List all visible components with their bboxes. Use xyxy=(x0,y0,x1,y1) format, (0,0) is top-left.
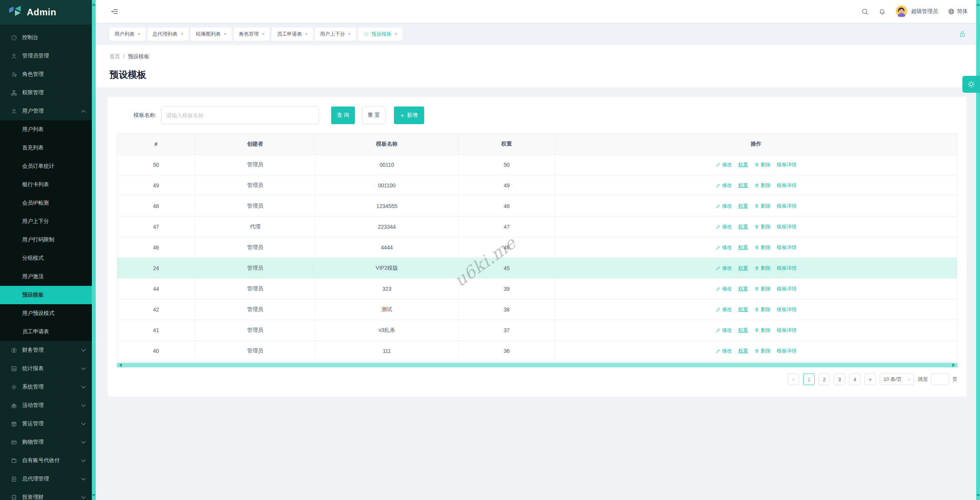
delete-link[interactable]: 删除 xyxy=(754,161,771,168)
table-row-0[interactable]: 50管理员0011050修改权重删除模板详情 xyxy=(117,154,957,175)
page-size-select[interactable]: 10 条/页 xyxy=(880,374,914,385)
jump-page-input[interactable] xyxy=(931,374,949,385)
page-button-1[interactable]: 1 xyxy=(803,374,815,385)
search-button[interactable]: 查 询 xyxy=(331,107,355,124)
sidebar-item-25[interactable]: 投资理财 xyxy=(0,488,92,500)
delete-link[interactable]: 删除 xyxy=(754,327,771,334)
sidebar-item-22[interactable]: 购物管理 xyxy=(0,433,92,451)
template-detail-link[interactable]: 模板详情 xyxy=(777,223,797,230)
tab-close-icon[interactable]: × xyxy=(395,31,398,37)
table-row-1[interactable]: 49管理员00110049修改权重删除模板详情 xyxy=(117,175,957,196)
sidebar-item-16[interactable]: 员工申请表 xyxy=(0,323,92,341)
sidebar-item-1[interactable]: 管理员管理 xyxy=(0,47,92,65)
table-row-4[interactable]: 46管理员444446修改权重删除模板详情 xyxy=(117,237,957,258)
weight-link[interactable]: 权重 xyxy=(738,285,748,292)
edit-link[interactable]: 修改 xyxy=(715,306,732,313)
table-horizontal-scrollbar[interactable] xyxy=(117,363,957,367)
sidebar-item-12[interactable]: 分组模式 xyxy=(0,249,92,267)
sidebar-item-9[interactable]: 会员IP检测 xyxy=(0,194,92,212)
scroll-down-arrow-icon[interactable] xyxy=(976,494,980,498)
template-name-input[interactable] xyxy=(161,107,319,124)
sidebar-item-10[interactable]: 用户上下分 xyxy=(0,212,92,231)
weight-link[interactable]: 权重 xyxy=(738,306,748,313)
language-switcher[interactable]: 简体 xyxy=(948,8,968,15)
template-detail-link[interactable]: 模板详情 xyxy=(777,244,797,251)
tab-close-icon[interactable]: × xyxy=(348,31,351,37)
delete-link[interactable]: 删除 xyxy=(754,265,771,272)
sidebar-item-7[interactable]: 会员订单统计 xyxy=(0,157,92,175)
reset-button[interactable]: 重 置 xyxy=(362,107,386,124)
sidebar-item-0[interactable]: 控制台 xyxy=(0,28,92,47)
edit-link[interactable]: 修改 xyxy=(715,223,732,230)
theme-settings-button[interactable] xyxy=(962,76,980,93)
page-button-2[interactable]: 2 xyxy=(818,374,830,385)
weight-link[interactable]: 权重 xyxy=(738,161,748,168)
prev-page-button[interactable]: < xyxy=(788,374,799,385)
table-row-2[interactable]: 48管理员123455548修改权重删除模板详情 xyxy=(117,196,957,216)
weight-link[interactable]: 权重 xyxy=(738,327,748,334)
scroll-up-arrow-icon[interactable] xyxy=(92,2,96,6)
page-button-3[interactable]: 3 xyxy=(834,374,845,385)
notification-bell-icon[interactable] xyxy=(879,8,886,15)
sidebar-item-11[interactable]: 用户打码限制 xyxy=(0,231,92,249)
weight-link[interactable]: 权重 xyxy=(738,182,748,189)
sidebar-item-15[interactable]: 用户预设模式 xyxy=(0,304,92,323)
tab-close-icon[interactable]: × xyxy=(262,31,265,37)
lock-tabs-icon[interactable] xyxy=(959,30,966,38)
template-detail-link[interactable]: 模板详情 xyxy=(777,182,797,189)
breadcrumb-home[interactable]: 首页 xyxy=(109,53,120,60)
tab-5[interactable]: 用户上下分× xyxy=(315,28,356,41)
sidebar-item-8[interactable]: 银行卡列表 xyxy=(0,175,92,194)
tab-4[interactable]: 员工申请表× xyxy=(272,28,313,41)
sidebar-item-21[interactable]: 营运管理 xyxy=(0,415,92,433)
template-detail-link[interactable]: 模板详情 xyxy=(777,306,797,313)
edit-link[interactable]: 修改 xyxy=(715,244,732,251)
sidebar-scrollbar[interactable] xyxy=(92,0,96,500)
delete-link[interactable]: 删除 xyxy=(754,182,771,189)
tab-close-icon[interactable]: × xyxy=(137,31,140,37)
scroll-down-arrow-icon[interactable] xyxy=(92,494,96,498)
sidebar-item-20[interactable]: 活动管理 xyxy=(0,396,92,415)
delete-link[interactable]: 删除 xyxy=(754,203,771,210)
page-scrollbar[interactable] xyxy=(976,0,980,500)
sidebar-item-17[interactable]: 财务管理 xyxy=(0,341,92,359)
table-row-7[interactable]: 42管理员测试38修改权重删除模板详情 xyxy=(117,299,957,320)
table-row-5[interactable]: 24管理员VIP2模版45修改权重删除模板详情 xyxy=(117,258,957,279)
weight-link[interactable]: 权重 xyxy=(738,203,748,210)
edit-link[interactable]: 修改 xyxy=(715,327,732,334)
weight-link[interactable]: 权重 xyxy=(738,265,748,272)
delete-link[interactable]: 删除 xyxy=(754,244,771,251)
template-detail-link[interactable]: 模板详情 xyxy=(777,327,797,334)
search-icon[interactable] xyxy=(861,8,869,15)
scroll-right-arrow-icon[interactable] xyxy=(952,363,957,367)
page-button-4[interactable]: 4 xyxy=(849,374,861,385)
table-row-8[interactable]: 41管理员v3乱杀37修改权重删除模板详情 xyxy=(117,320,957,341)
sidebar-item-24[interactable]: 总代理管理 xyxy=(0,470,92,488)
tab-2[interactable]: 轮播图列表× xyxy=(191,28,232,41)
edit-link[interactable]: 修改 xyxy=(715,265,732,272)
edit-link[interactable]: 修改 xyxy=(715,348,732,354)
sidebar-item-4[interactable]: 用户管理 xyxy=(0,102,92,120)
user-menu[interactable]: 超级管理员 xyxy=(896,5,938,18)
tab-close-icon[interactable]: × xyxy=(224,31,227,37)
edit-link[interactable]: 修改 xyxy=(715,182,732,189)
add-button[interactable]: + 新增 xyxy=(394,107,424,124)
weight-link[interactable]: 权重 xyxy=(738,348,748,354)
template-detail-link[interactable]: 模板详情 xyxy=(777,161,797,168)
sidebar-item-6[interactable]: 首充列表 xyxy=(0,139,92,157)
template-detail-link[interactable]: 模板详情 xyxy=(777,203,797,210)
tab-1[interactable]: 总代理列表× xyxy=(148,28,189,41)
sidebar-item-23[interactable]: 自有账号代收付 xyxy=(0,451,92,470)
sidebar-item-13[interactable]: 用户激活 xyxy=(0,267,92,286)
next-page-button[interactable]: > xyxy=(864,374,876,385)
template-detail-link[interactable]: 模板详情 xyxy=(777,285,797,292)
table-row-9[interactable]: 40管理员11136修改权重删除模板详情 xyxy=(117,341,957,361)
tab-6-active[interactable]: 预设模板× xyxy=(358,28,403,41)
delete-link[interactable]: 删除 xyxy=(754,223,771,230)
edit-link[interactable]: 修改 xyxy=(715,161,732,168)
template-detail-link[interactable]: 模板详情 xyxy=(777,348,797,354)
sidebar-item-2[interactable]: 角色管理 xyxy=(0,65,92,84)
table-row-6[interactable]: 44管理员32339修改权重删除模板详情 xyxy=(117,279,957,299)
template-detail-link[interactable]: 模板详情 xyxy=(777,265,797,272)
weight-link[interactable]: 权重 xyxy=(738,223,748,230)
